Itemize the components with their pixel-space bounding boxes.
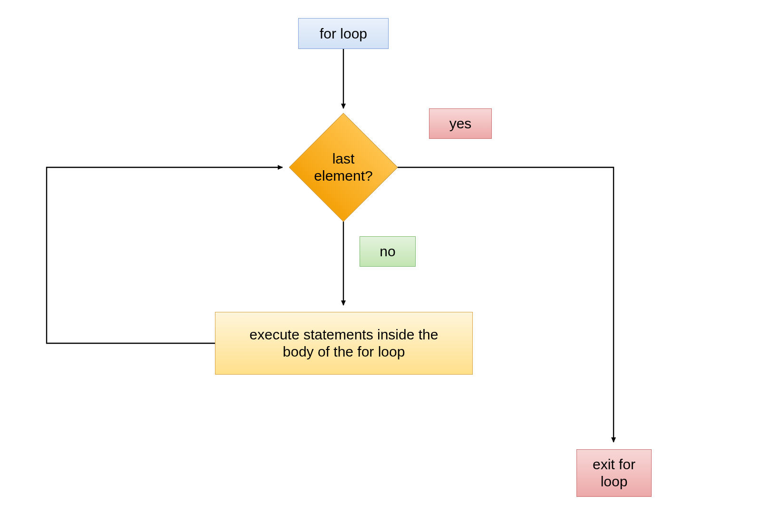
node-body-line2: body of the for loop — [283, 344, 405, 359]
node-yes: yes — [429, 108, 492, 139]
node-decision-label: last element? — [314, 150, 372, 184]
node-no: no — [360, 236, 416, 267]
node-body: execute statements inside the body of th… — [215, 312, 473, 375]
node-exit-line2: loop — [601, 474, 628, 489]
node-start-label: for loop — [320, 25, 367, 42]
node-decision-line2: element? — [314, 168, 372, 184]
node-yes-label: yes — [449, 115, 472, 132]
node-exit: exit for loop — [576, 449, 652, 497]
node-decision-line1: last — [332, 151, 355, 166]
node-start: for loop — [298, 18, 389, 49]
node-exit-line1: exit for — [593, 456, 635, 472]
arrow-decision-yes-to-exit — [398, 167, 614, 442]
node-body-line1: execute statements inside the — [250, 327, 439, 342]
node-no-label: no — [380, 243, 395, 260]
